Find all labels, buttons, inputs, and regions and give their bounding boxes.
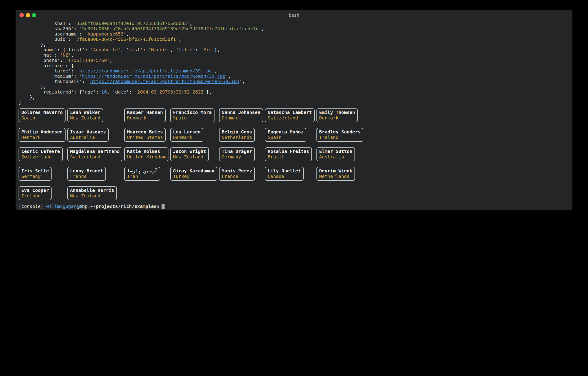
terminal-text-segment: : bbox=[68, 21, 74, 26]
terminal-text-segment: 'first' bbox=[65, 47, 85, 53]
terminal-text-segment: '2004-03-29T03:32:52.262Z' bbox=[135, 89, 206, 95]
user-panel: Dolores NavarroSpain bbox=[19, 108, 65, 122]
user-country: New Zealand bbox=[173, 154, 206, 160]
terminal-text-segment: 'large' bbox=[52, 68, 71, 74]
user-country: New Zealand bbox=[70, 115, 100, 121]
terminal-text-segment bbox=[19, 68, 52, 74]
user-panel: Emily ThomsenDenmark bbox=[316, 108, 358, 122]
user-country: Denmark bbox=[127, 115, 163, 121]
terminal-text-segment: , bbox=[178, 36, 181, 42]
user-name: Giray Karaduman bbox=[173, 168, 214, 173]
user-country: Switzerland bbox=[268, 115, 312, 121]
minimize-button[interactable] bbox=[26, 13, 30, 17]
user-panel: Natascha LambertSwitzerland bbox=[265, 108, 315, 122]
prompt-host: @mbp: bbox=[76, 204, 90, 209]
user-name: Magdalena Bertrand bbox=[70, 149, 120, 154]
user-name: Nanna Johansen bbox=[222, 110, 261, 115]
terminal-text-segment: }, bbox=[41, 84, 46, 89]
user-name: Tina Dräger bbox=[222, 149, 252, 154]
user-country: Turkey bbox=[173, 173, 214, 179]
user-panel: Philip AndersenDenmark bbox=[19, 128, 65, 142]
close-button[interactable] bbox=[20, 13, 24, 17]
terminal-url-link[interactable]: https://randomuser.me/api/portraits/med/… bbox=[82, 73, 225, 79]
terminal-text-segment: 'sha1' bbox=[52, 21, 68, 26]
terminal-text-segment: 'age' bbox=[82, 89, 96, 95]
terminal-line: 'medium': 'https://randomuser.me/api/por… bbox=[19, 74, 572, 79]
user-panel: Lily OuelletCanada bbox=[265, 167, 304, 181]
terminal-line: 'phone': '(755)-140-5760', bbox=[19, 58, 572, 63]
user-name: Leah Walker bbox=[70, 110, 100, 115]
user-name: Eva Cooper bbox=[21, 188, 49, 193]
terminal-text-segment: 'name' bbox=[41, 47, 57, 53]
terminal-text-segment: : bbox=[195, 47, 201, 53]
terminal-text-segment: 'happymouse653' bbox=[85, 31, 126, 37]
user-name: Emily Thomsen bbox=[319, 110, 355, 115]
terminal-text-segment bbox=[19, 36, 52, 42]
terminal-text-segment: }, bbox=[41, 42, 46, 47]
user-country: Ireland bbox=[319, 135, 361, 140]
user-panel: Bradley SandersIreland bbox=[316, 128, 363, 142]
user-country: Denmark bbox=[319, 115, 355, 121]
terminal-text-segment: 'Harris' bbox=[148, 47, 170, 53]
user-name: Dolores Navarro bbox=[21, 110, 63, 115]
terminal-text-segment: : bbox=[60, 58, 65, 63]
terminal-url-link[interactable]: https://randomuser.me/api/portraits/wome… bbox=[79, 68, 212, 74]
user-panel: Nanna JohansenDenmark bbox=[219, 108, 263, 122]
terminal-text-segment: 'Annabelle' bbox=[90, 47, 121, 53]
user-country: Brazil bbox=[268, 154, 309, 160]
user-name: Kasper Hansen bbox=[127, 110, 163, 115]
terminal-content[interactable]: 'sha1': '35a0ffda690da41f42e1d1957c556d6… bbox=[16, 21, 572, 209]
user-country: Ireland bbox=[21, 193, 49, 199]
user-name: Natascha Lambert bbox=[268, 110, 312, 115]
user-panel: Lenny BrunetFrance bbox=[67, 167, 106, 181]
user-country: France bbox=[222, 173, 252, 179]
terminal-text-segment: , bbox=[214, 68, 217, 74]
terminal-line: }, bbox=[19, 42, 572, 47]
terminal-text-segment: , bbox=[262, 26, 264, 32]
terminal-text-segment: ] bbox=[19, 100, 21, 105]
terminal-line: 'name': {'first': 'Annabelle', 'last': '… bbox=[19, 47, 572, 53]
terminal-text-segment: ' bbox=[87, 79, 90, 84]
terminal-text-segment: : bbox=[82, 79, 87, 84]
terminal-text-segment bbox=[19, 95, 30, 100]
user-country: United States bbox=[127, 135, 163, 140]
terminal-text-segment: '5c32fc0830fa28eb2c4563094f70469139e125e… bbox=[79, 26, 262, 32]
terminal-output: 'sha1': '35a0ffda690da41f42e1d1957c556d6… bbox=[19, 21, 572, 105]
terminal-text-segment: : bbox=[79, 31, 85, 37]
terminal-text-segment: 'phone' bbox=[41, 58, 60, 63]
user-country: Netherlands bbox=[319, 173, 352, 179]
user-name: Belgin Goos bbox=[222, 129, 252, 135]
terminal-text-segment: , bbox=[126, 31, 129, 37]
terminal-url-link[interactable]: https://randomuser.me/api/portraits/thum… bbox=[90, 79, 239, 84]
user-country: Switzerland bbox=[21, 154, 60, 160]
terminal-text-segment: 'picture' bbox=[41, 63, 65, 68]
user-name: Annabelle Harris bbox=[70, 188, 114, 193]
terminal-text-segment bbox=[19, 52, 41, 58]
terminal-text-segment: 'title' bbox=[176, 47, 195, 53]
terminal-text-segment: '7fa0a008-364c-4506-bfb2-41f61ccd38f1' bbox=[74, 36, 179, 42]
user-name: Devrim Wienk bbox=[319, 168, 352, 173]
user-panel: Yanis PerezFrance bbox=[219, 167, 255, 181]
user-name: Francisco Mora bbox=[173, 110, 212, 115]
zoom-button[interactable] bbox=[32, 13, 36, 17]
terminal-text-segment: , bbox=[121, 47, 126, 53]
user-panel: Jaxon WrightNew Zealand bbox=[170, 147, 209, 161]
user-panel: Iris SelleGermany bbox=[19, 167, 52, 181]
terminal-text-segment: 'Mrs' bbox=[201, 47, 214, 53]
titlebar[interactable]: bash bbox=[16, 10, 572, 21]
window-title: bash bbox=[289, 13, 299, 18]
terminal-line: 'registered': {'age': 16, 'date': '2004-… bbox=[19, 89, 572, 95]
terminal-text-segment: , bbox=[110, 58, 112, 63]
terminal-line: 'uuid': '7fa0a008-364c-4506-bfb2-41f61cc… bbox=[19, 37, 572, 42]
user-country: Denmark bbox=[21, 135, 63, 140]
terminal-text-segment: '(755)-140-5760' bbox=[65, 58, 110, 63]
terminal-line: 'username': 'happymouse653', bbox=[19, 32, 572, 37]
prompt-user: willmcgugan bbox=[46, 204, 76, 209]
terminal-line: 'thumbnail': 'https://randomuser.me/api/… bbox=[19, 79, 572, 84]
user-panel: Rosalba FreitasBrazil bbox=[265, 147, 312, 161]
terminal-text-segment: 'medium' bbox=[52, 73, 74, 79]
terminal-text-segment: 'NZ' bbox=[60, 52, 71, 58]
terminal-text-segment: 'date' bbox=[112, 89, 129, 95]
user-name: Maureen Bates bbox=[127, 129, 163, 135]
prompt-venv: (console) bbox=[19, 204, 46, 209]
